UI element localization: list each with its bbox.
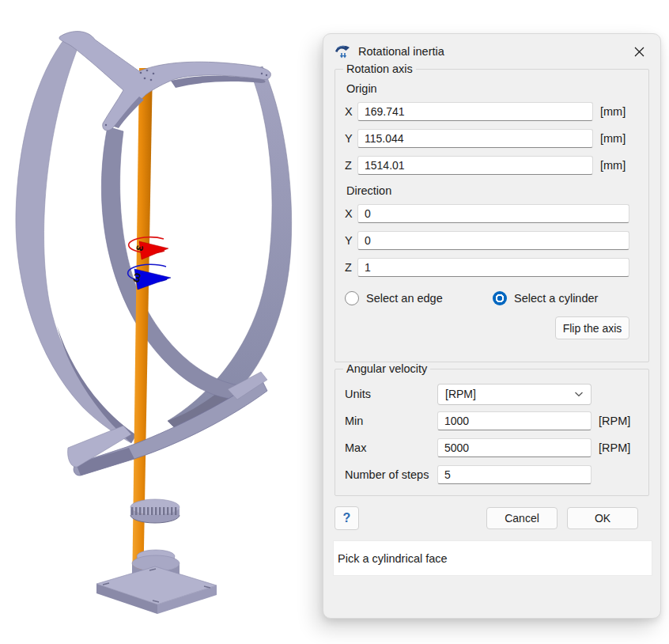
turbine-blade-front [101,127,245,400]
rotation-axis-legend: Rotation axis [343,63,416,75]
steps-label: Number of steps [345,468,437,481]
dialog-title: Rotational inertia [358,45,444,58]
origin-y-input[interactable] [357,129,593,148]
close-icon [634,47,644,57]
status-bar: Pick a cylindrical face [333,540,652,576]
status-text: Pick a cylindrical face [338,552,448,565]
direction-z-input[interactable] [357,258,629,277]
max-label: Max [345,441,437,454]
select-cylinder-option[interactable]: Select a cylinder [493,291,598,305]
min-unit: [RPM] [599,415,630,427]
turbine-blade-lower-cross [68,372,267,475]
rotational-inertia-icon [334,44,351,59]
direction-y-axis-label: Y [345,234,357,247]
select-cylinder-radio[interactable] [493,291,507,305]
origin-y-unit: [mm] [600,132,632,145]
max-row: Max [RPM] [345,434,639,461]
select-edge-label: Select an edge [366,292,443,305]
direction-label: Direction [346,184,639,197]
turbine-3d-model: ε ω [0,0,340,644]
direction-x-axis-label: X [345,207,357,220]
steps-row: Number of steps [345,461,639,488]
dialog-header: Rotational inertia [334,34,649,63]
direction-y-row: Y [345,227,639,254]
units-select[interactable]: [RPM] [437,384,592,405]
min-input[interactable] [437,411,592,430]
rotational-inertia-dialog: Rotational inertia Rotation axis Origin … [323,33,661,619]
steps-input[interactable] [437,465,592,484]
dialog-footer: ? Cancel OK [334,506,649,530]
close-button[interactable] [629,41,649,62]
angular-velocity-group: Angular velocity Units [RPM] Min [RPM] M… [334,362,649,496]
turbine-base [96,550,217,614]
origin-x-input[interactable] [357,102,593,121]
help-button[interactable]: ? [334,506,359,530]
turbine-gear-flange [130,499,180,523]
rotation-axis-group: Rotation axis Origin X [mm] Y [mm] Z [mm… [334,63,649,362]
origin-z-row: Z [mm] [345,152,639,179]
direction-z-row: Z [345,254,639,281]
cad-viewport[interactable]: ε ω [0,0,340,644]
select-edge-radio[interactable] [345,291,359,305]
origin-z-unit: [mm] [600,159,632,172]
flip-axis-row: Flip the axis [345,316,639,339]
max-unit: [RPM] [599,441,630,454]
axis-selection-radio-group: Select an edge Select a cylinder [345,289,639,308]
origin-x-row: X [mm] [345,98,639,125]
units-selected-value: [RPM] [445,388,476,400]
flip-axis-button[interactable]: Flip the axis [555,316,629,339]
direction-x-row: X [345,200,639,227]
origin-y-row: Y [mm] [345,125,639,152]
app-window: { "viewport": { "model": { "angular_acce… [0,0,669,644]
origin-z-axis-label: Z [345,159,357,172]
origin-label: Origin [346,82,639,95]
units-row: Units [RPM] [345,381,639,407]
origin-z-input[interactable] [357,156,593,175]
direction-y-input[interactable] [357,231,629,250]
ok-button[interactable]: OK [567,507,638,529]
max-input[interactable] [437,438,592,457]
min-row: Min [RPM] [345,407,639,434]
origin-x-unit: [mm] [600,105,632,118]
origin-y-axis-label: Y [345,132,357,145]
origin-x-axis-label: X [345,105,357,118]
direction-x-input[interactable] [357,204,629,223]
select-edge-option[interactable]: Select an edge [345,291,493,305]
select-cylinder-label: Select a cylinder [514,292,598,305]
cancel-button[interactable]: Cancel [486,507,558,529]
units-label: Units [345,388,437,400]
turbine-top-hub [59,32,270,131]
angular-velocity-legend: Angular velocity [343,362,430,375]
direction-z-axis-label: Z [345,261,357,274]
min-label: Min [345,415,437,427]
chevron-down-icon [574,391,584,397]
